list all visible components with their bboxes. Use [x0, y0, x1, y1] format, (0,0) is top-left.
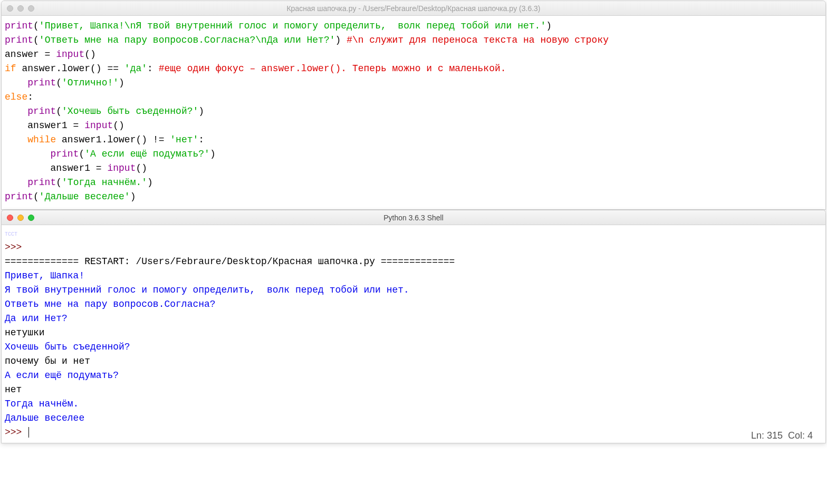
code-token: 'Дальше веселее' — [39, 191, 130, 202]
shell-restart-line: ============= RESTART: /Users/Febraure/D… — [5, 256, 455, 267]
minimize-button[interactable] — [17, 215, 24, 221]
code-token: : — [27, 92, 33, 102]
code-token: answer = — [5, 49, 56, 60]
code-token: ( — [56, 106, 62, 117]
code-token: #\n служит для переноса текста на новую … — [347, 35, 609, 45]
code-token: ) — [119, 77, 124, 88]
editor-code-area[interactable]: print('Привет, Шапка!\nЯ твой внутренний… — [2, 16, 825, 209]
code-token: () — [84, 49, 96, 60]
shell-traffic-lights — [7, 215, 34, 221]
editor-titlebar[interactable]: Красная шапочка.py - /Users/Febraure/Des… — [2, 1, 825, 16]
code-token: : — [147, 63, 159, 74]
code-token: print — [27, 177, 56, 188]
code-token: print — [5, 191, 33, 202]
code-token — [5, 149, 50, 159]
shell-output: Хочешь быть съеденной? — [5, 342, 130, 352]
code-token: 'А если ещё подумать?' — [84, 149, 210, 159]
shell-truncated: TCCT — [5, 231, 17, 237]
code-token — [5, 134, 27, 145]
code-token — [5, 77, 27, 88]
code-token: while — [27, 134, 56, 145]
code-token: 'Тогда начнём.' — [62, 177, 147, 188]
code-token: ) — [210, 149, 216, 159]
close-button[interactable] — [7, 5, 13, 12]
code-token: () — [113, 120, 124, 131]
editor-title: Красная шапочка.py - /Users/Febraure/Des… — [7, 4, 820, 13]
cursor-icon — [28, 427, 29, 438]
code-token: answer1 = — [5, 163, 107, 173]
code-token: else — [5, 92, 27, 102]
code-token: if — [5, 63, 16, 74]
code-token — [5, 177, 27, 188]
code-token: answer.lower() == — [16, 63, 124, 74]
code-token: ( — [33, 21, 39, 31]
shell-output: Тогда начнём. — [5, 399, 79, 409]
shell-output: Я твой внутренний голос и помогу определ… — [5, 285, 409, 295]
code-token — [5, 106, 27, 117]
code-token: print — [5, 35, 33, 45]
minimize-button[interactable] — [17, 5, 24, 12]
code-token: print — [5, 21, 33, 31]
code-token: answer1.lower() != — [56, 134, 170, 145]
editor-window: Красная шапочка.py - /Users/Febraure/Des… — [1, 1, 826, 210]
editor-traffic-lights — [7, 5, 34, 12]
code-token: ) — [147, 177, 153, 188]
code-token: ) — [546, 21, 552, 31]
code-token: ( — [79, 149, 84, 159]
code-token: 'Отлично!' — [62, 77, 119, 88]
code-token: ( — [56, 177, 62, 188]
shell-user-input: нет — [5, 384, 22, 395]
code-token: print — [27, 106, 56, 117]
code-token: ) — [130, 191, 136, 202]
code-token: 'Ответь мне на пару вопросов.Согласна?\n… — [39, 35, 335, 45]
shell-titlebar[interactable]: Python 3.6.3 Shell — [2, 210, 825, 225]
shell-statusbar: Ln: 315 Col: 4 — [748, 429, 816, 443]
code-token: print — [27, 77, 56, 88]
shell-output: Дальше веселее — [5, 413, 84, 423]
shell-output: Ответь мне на пару вопросов.Согласна? — [5, 299, 216, 309]
code-token: input — [107, 163, 136, 173]
maximize-button[interactable] — [28, 215, 34, 221]
code-token: print — [50, 149, 79, 159]
shell-user-input: нетушки — [5, 327, 45, 338]
code-token: 'Хочешь быть съеденной?' — [62, 106, 198, 117]
shell-output: Да или Нет? — [5, 313, 68, 324]
code-token: ( — [56, 77, 62, 88]
code-token: input — [56, 49, 84, 60]
shell-output: А если ещё подумать? — [5, 370, 119, 381]
code-token: 'Привет, Шапка!\nЯ твой внутренний голос… — [39, 21, 546, 31]
code-token: ( — [33, 191, 39, 202]
code-token: ) — [335, 35, 347, 45]
code-token: answer1 = — [5, 120, 84, 131]
shell-output-area[interactable]: TCCT >>> ============= RESTART: /Users/F… — [2, 225, 825, 443]
shell-prompt: >>> — [5, 242, 27, 253]
code-token: : — [198, 134, 204, 145]
shell-title: Python 3.6.3 Shell — [7, 214, 820, 222]
code-token: () — [136, 163, 147, 173]
code-token: ) — [198, 106, 204, 117]
shell-window: Python 3.6.3 Shell TCCT >>> ============… — [1, 210, 826, 443]
code-token: 'да' — [124, 63, 147, 74]
close-button[interactable] — [7, 215, 13, 221]
shell-prompt: >>> — [5, 427, 27, 438]
code-token: 'нет' — [170, 134, 198, 145]
maximize-button[interactable] — [28, 5, 34, 12]
code-token: #еще один фокус – answer.lower(). Теперь… — [159, 63, 506, 74]
shell-user-input: почему бы и нет — [5, 356, 90, 366]
code-token: ( — [33, 35, 39, 45]
shell-output: Привет, Шапка! — [5, 270, 84, 281]
code-token: input — [84, 120, 113, 131]
